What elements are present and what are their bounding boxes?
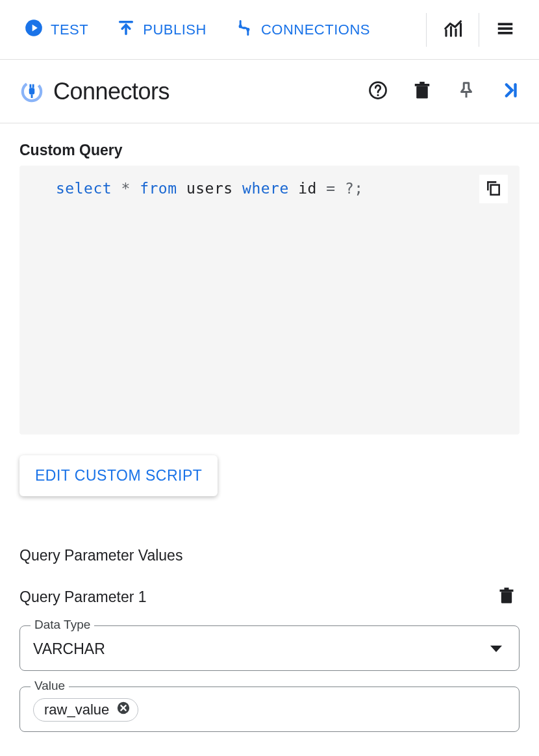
query-parameter-header: Query Parameter 1 [19, 584, 520, 610]
play-icon [25, 19, 43, 41]
toolbar-separator [426, 13, 427, 47]
svg-rect-26 [501, 592, 512, 603]
test-label: TEST [51, 21, 88, 38]
value-chip[interactable]: raw_value [33, 698, 138, 722]
panel-body: Custom Query select * from users where i… [0, 123, 539, 750]
delete-parameter-button[interactable] [494, 584, 520, 610]
upload-icon [117, 19, 135, 41]
trash-icon [497, 586, 516, 607]
close-icon [116, 701, 131, 719]
value-label: Value [31, 679, 69, 693]
svg-rect-12 [498, 32, 513, 34]
menu-icon [495, 19, 515, 41]
pin-button[interactable] [449, 75, 483, 108]
svg-rect-25 [491, 185, 499, 195]
connections-button[interactable]: CONNECTIONS [223, 12, 382, 47]
connector-icon [21, 81, 43, 103]
menu-button[interactable] [484, 13, 526, 47]
chart-icon [443, 19, 462, 41]
svg-rect-22 [420, 81, 425, 84]
svg-rect-14 [29, 88, 35, 94]
svg-point-19 [377, 94, 379, 96]
toolbar-separator [479, 13, 479, 47]
remove-chip-button[interactable] [116, 702, 131, 718]
copy-icon [485, 179, 502, 199]
value-field[interactable]: Value raw_value [19, 687, 520, 732]
query-code: select * from users where id = ?; [56, 180, 501, 197]
data-type-select[interactable]: Data Type VARCHAR [19, 625, 520, 671]
data-type-value: VARCHAR [33, 640, 490, 658]
svg-rect-28 [505, 588, 509, 590]
svg-rect-10 [498, 23, 513, 25]
help-icon [368, 81, 388, 103]
data-type-label: Data Type [31, 618, 94, 632]
svg-rect-11 [498, 27, 513, 30]
svg-rect-20 [416, 86, 428, 98]
test-button[interactable]: TEST [13, 12, 100, 47]
value-chip-label: raw_value [44, 701, 109, 718]
chevron-down-icon [490, 646, 502, 652]
svg-point-4 [238, 25, 242, 28]
custom-query-label: Custom Query [19, 142, 520, 159]
toolbar: TEST PUBLISH CONNECTIONS [0, 0, 539, 60]
query-parameters-label: Query Parameter Values [19, 547, 520, 564]
panel-title: Connectors [53, 78, 351, 105]
plug-icon [235, 19, 253, 41]
help-button[interactable] [361, 75, 395, 108]
publish-label: PUBLISH [143, 21, 207, 38]
query-code-block: select * from users where id = ?; [19, 166, 520, 435]
panel-header: Connectors [0, 60, 539, 123]
query-parameters-section: Query Parameter Values Query Parameter 1… [19, 547, 520, 732]
connections-label: CONNECTIONS [261, 21, 370, 38]
edit-custom-script-label: EDIT CUSTOM SCRIPT [35, 467, 202, 485]
analytics-button[interactable] [432, 13, 473, 47]
pin-icon [457, 81, 476, 103]
publish-button[interactable]: PUBLISH [105, 12, 218, 47]
delete-panel-button[interactable] [405, 75, 439, 108]
trash-icon [412, 81, 432, 103]
query-parameter-1-label: Query Parameter 1 [19, 588, 494, 606]
edit-custom-script-button[interactable]: EDIT CUSTOM SCRIPT [19, 455, 218, 496]
svg-point-5 [246, 27, 249, 31]
copy-query-button[interactable] [479, 175, 508, 203]
chevron-last-icon [501, 81, 520, 103]
collapse-button[interactable] [494, 75, 527, 108]
